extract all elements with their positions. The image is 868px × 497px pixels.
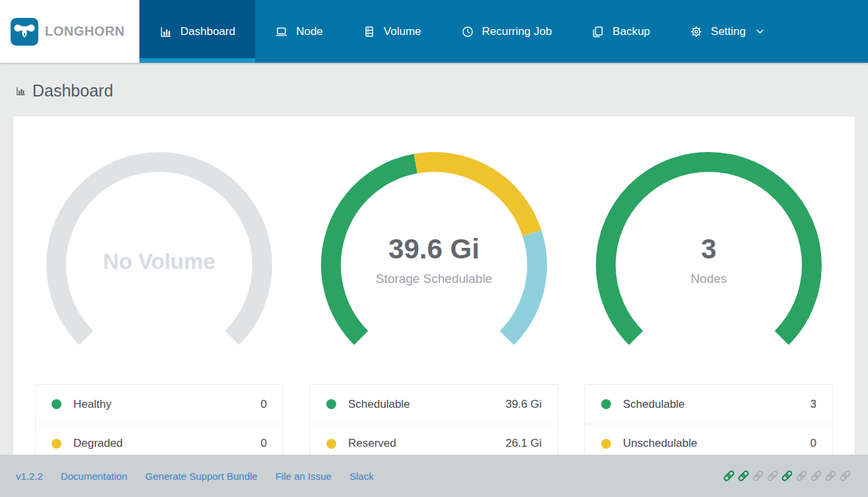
- main-content: Dashboard No Volume Healthy 0 Degraded 0: [0, 63, 868, 455]
- legend-value: 0: [261, 398, 267, 411]
- main-nav: Dashboard Node Volume Recurring Job Back…: [139, 0, 868, 63]
- legend-row-schedulable: Schedulable 39.6 Gi: [310, 385, 558, 424]
- nav-item-backup[interactable]: Backup: [571, 0, 670, 63]
- bar-chart-icon: [15, 85, 26, 96]
- status-dot-green: [326, 399, 336, 409]
- status-dot-yellow: [601, 439, 611, 449]
- legend-row-schedulable: Schedulable 3: [585, 385, 832, 424]
- legend-row-healthy: Healthy 0: [36, 385, 283, 424]
- nav-label: Setting: [711, 25, 746, 38]
- link-file-an-issue[interactable]: File an Issue: [275, 471, 332, 482]
- legend-row-unschedulable: Unschedulable 0: [585, 424, 832, 455]
- legend-value: 0: [261, 437, 267, 450]
- version-label[interactable]: v1.2.2: [16, 471, 43, 482]
- status-dot-green: [52, 399, 61, 409]
- nav-label: Recurring Job: [482, 25, 552, 38]
- nav-item-setting[interactable]: Setting: [670, 0, 785, 63]
- chain-link-icon: [838, 469, 852, 482]
- nav-item-dashboard[interactable]: Dashboard: [139, 0, 255, 63]
- copy-icon: [591, 25, 604, 38]
- nodes-gauge: 3 Nodes: [590, 149, 828, 367]
- brand-logo[interactable]: LONGHORN: [0, 0, 139, 63]
- nav-item-volume[interactable]: Volume: [343, 0, 441, 63]
- legend-label: Unschedulable: [623, 437, 697, 450]
- storage-panel: 39.6 Gi Storage Schedulable Schedulable …: [310, 149, 558, 455]
- breadcrumb: Dashboard: [15, 80, 855, 101]
- status-dot-yellow: [52, 439, 61, 449]
- laptop-icon: [275, 25, 288, 38]
- clock-icon: [461, 25, 474, 38]
- nodes-legend: Schedulable 3 Unschedulable 0: [585, 384, 833, 455]
- legend-label: Reserved: [348, 437, 396, 450]
- legend-label: Healthy: [73, 398, 112, 411]
- brand-name: LONGHORN: [45, 24, 125, 39]
- chain-link-icon: [766, 469, 779, 482]
- nav-item-recurring-job[interactable]: Recurring Job: [441, 0, 572, 63]
- status-dot-yellow: [326, 439, 336, 449]
- storage-gauge: 39.6 Gi Storage Schedulable: [315, 149, 553, 367]
- nav-label: Backup: [612, 25, 650, 38]
- link-documentation[interactable]: Documentation: [61, 471, 127, 482]
- chevron-down-icon: [755, 26, 765, 36]
- chain-link-icon: [809, 469, 823, 482]
- footer-links: v1.2.2 Documentation Generate Support Bu…: [16, 471, 374, 482]
- gear-icon: [690, 25, 703, 38]
- page-title: Dashboard: [32, 81, 113, 100]
- nodes-panel: 3 Nodes Schedulable 3 Unschedulable 0: [585, 149, 833, 455]
- chain-link-icon: [737, 469, 750, 482]
- nav-label: Node: [296, 25, 323, 38]
- longhorn-bull-icon: [11, 18, 38, 46]
- legend-value: 26.1 Gi: [505, 437, 542, 450]
- link-generate-support-bundle[interactable]: Generate Support Bundle: [145, 471, 258, 482]
- volume-legend: Healthy 0 Degraded 0: [35, 384, 283, 455]
- legend-value: 0: [811, 437, 816, 450]
- link-slack[interactable]: Slack: [349, 471, 374, 482]
- server-icon: [363, 25, 376, 38]
- chain-link-icon: [795, 469, 809, 482]
- bar-chart-icon: [159, 25, 172, 38]
- top-nav: LONGHORN Dashboard Node Volume Recurring…: [0, 0, 868, 63]
- legend-value: 3: [811, 398, 816, 411]
- status-dot-green: [601, 399, 611, 409]
- footer: v1.2.2 Documentation Generate Support Bu…: [0, 455, 868, 497]
- legend-label: Schedulable: [623, 398, 685, 411]
- volume-gauge: No Volume: [40, 149, 278, 367]
- node-connection-status: [722, 469, 852, 482]
- dashboard-card: No Volume Healthy 0 Degraded 0: [13, 116, 855, 455]
- chain-link-icon: [824, 469, 838, 482]
- legend-label: Schedulable: [348, 398, 410, 411]
- legend-row-degraded: Degraded 0: [36, 424, 283, 455]
- nav-label: Dashboard: [180, 25, 235, 38]
- volume-panel: No Volume Healthy 0 Degraded 0: [35, 149, 283, 455]
- legend-row-reserved: Reserved 26.1 Gi: [310, 424, 558, 455]
- chain-link-icon: [722, 469, 736, 482]
- legend-value: 39.6 Gi: [505, 398, 542, 411]
- nav-item-node[interactable]: Node: [255, 0, 343, 63]
- legend-label: Degraded: [73, 437, 123, 450]
- storage-legend: Schedulable 39.6 Gi Reserved 26.1 Gi: [310, 384, 558, 455]
- chain-link-icon: [751, 469, 765, 482]
- nav-label: Volume: [384, 25, 421, 38]
- chain-link-icon: [780, 469, 794, 482]
